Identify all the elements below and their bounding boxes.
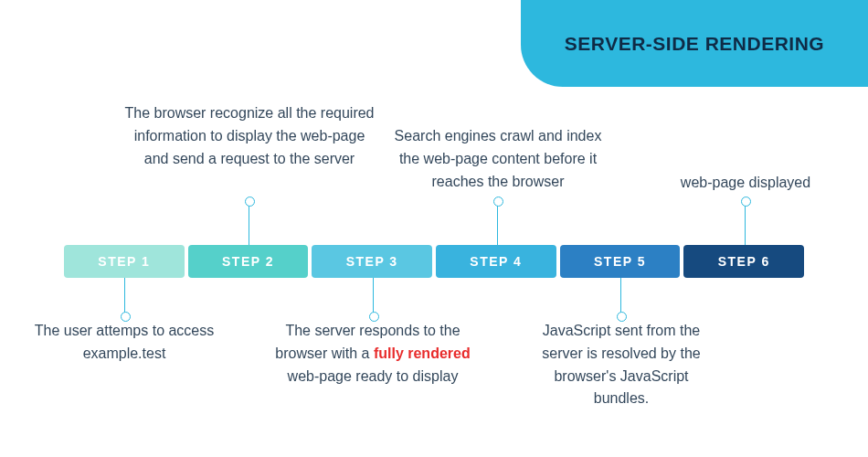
step-chip-1: STEP 1 xyxy=(64,245,185,278)
connector-6 xyxy=(745,206,746,245)
step-chip-6: STEP 6 xyxy=(683,245,804,278)
step-label: STEP 5 xyxy=(594,254,646,269)
step-chip-4: STEP 4 xyxy=(436,245,556,278)
step-label: STEP 3 xyxy=(346,254,398,269)
step-desc-6: web-page displayed xyxy=(663,172,828,195)
step-chip-5: STEP 5 xyxy=(560,245,681,278)
connector-4 xyxy=(497,206,498,245)
connector-2 xyxy=(249,206,249,245)
desc-highlight: fully rendered xyxy=(374,345,471,361)
connector-3 xyxy=(373,278,374,313)
step-label: STEP 2 xyxy=(222,254,274,269)
connector-1 xyxy=(124,278,125,313)
step-label: STEP 1 xyxy=(98,254,150,269)
title-banner: SERVER-SIDE RENDERING xyxy=(521,0,868,87)
connector-5 xyxy=(620,278,621,313)
step-label: STEP 4 xyxy=(470,254,522,269)
step-desc-1: The user attemps to access example.test xyxy=(24,320,225,366)
step-desc-4: Search engines crawl and index the web-p… xyxy=(388,125,608,193)
step-label: STEP 6 xyxy=(718,254,770,269)
step-desc-5: JavaScript sent from the server is resol… xyxy=(528,320,715,410)
step-timeline: STEP 1 STEP 2 STEP 3 STEP 4 STEP 5 STEP … xyxy=(64,245,804,278)
step-desc-3: The server responds to the browser with … xyxy=(267,320,479,388)
diagram-title: SERVER-SIDE RENDERING xyxy=(565,33,824,55)
desc-post: web-page ready to display xyxy=(288,368,459,384)
step-chip-3: STEP 3 xyxy=(312,245,432,278)
step-chip-2: STEP 2 xyxy=(188,245,309,278)
step-desc-2: The browser recognize all the required i… xyxy=(123,102,376,170)
